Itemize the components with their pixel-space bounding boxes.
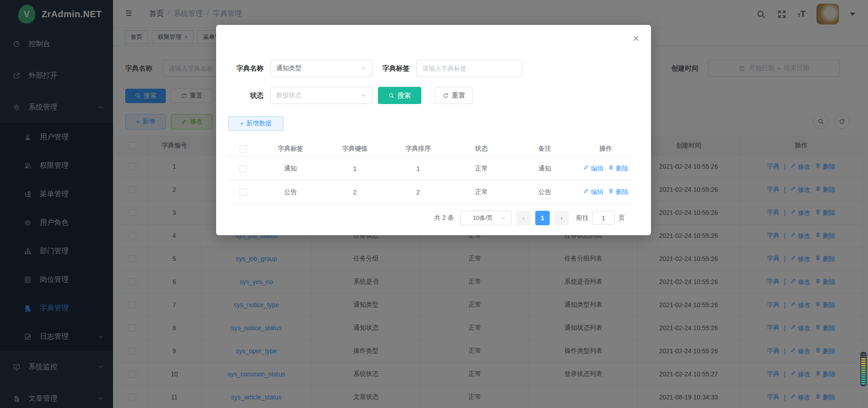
current-page-button[interactable]: 1 [535, 211, 550, 225]
row-checkbox[interactable] [240, 165, 247, 172]
dict-data-dialog: × 字典名称 通知类型 字典标签 状态 数据状态 搜索 重置 + 新增数据 字典… [216, 25, 651, 235]
cell-check [228, 157, 258, 180]
modal-add-data-button[interactable]: + 新增数据 [228, 116, 283, 131]
chevron-down-icon [360, 92, 367, 99]
modal-header-cell-status: 状态 [450, 141, 513, 157]
row-actions: 编辑 删除 [583, 164, 628, 173]
chevron-down-icon [500, 215, 507, 221]
modal-header-cell-ops: 操作 [576, 141, 635, 157]
modal-dict-label-input-field[interactable] [422, 65, 516, 72]
edit-link[interactable]: 编辑 [583, 188, 604, 196]
cell-check [228, 180, 258, 204]
cell-data-label: 公告 [258, 180, 323, 204]
cell-status: 正常 [450, 180, 513, 204]
modal-table-row: 通知11正常通知 编辑 删除 [228, 157, 635, 180]
modal-dict-name-label: 字典名称 [223, 60, 264, 77]
cell-data-value: 2 [323, 180, 387, 204]
app-root: V ZrAdmin.NET 控制台外部打开系统管理用户管理权限管理菜单管理用户角… [0, 0, 868, 408]
cell-data-value: 1 [323, 157, 387, 180]
scrollbar-stripes [861, 354, 866, 384]
pagination: 共 2 条 10条/页 ‹ 1 › 前往 页 [434, 211, 625, 225]
modal-dict-label-input[interactable] [416, 60, 522, 77]
cell-remark: 通知 [513, 157, 576, 180]
modal-reset-button[interactable]: 重置 [435, 87, 473, 104]
cell-remark: 公告 [513, 180, 576, 204]
dict-data-table: 字典标签字典键值字典排序状态备注操作通知11正常通知 编辑 删除公告22正常公告… [228, 141, 635, 204]
modal-status-label: 状态 [223, 87, 264, 104]
search-icon [388, 92, 395, 99]
next-page-button[interactable]: › [554, 211, 569, 225]
pencil-icon [583, 164, 589, 170]
modal-status-placeholder: 数据状态 [276, 91, 302, 100]
select-all-checkbox[interactable] [240, 145, 247, 152]
cell-data-label: 通知 [258, 157, 323, 180]
cell-status: 正常 [450, 157, 513, 180]
cell-ops: 编辑 删除 [576, 180, 635, 204]
modal-search-button[interactable]: 搜索 [378, 87, 421, 104]
cell-data-sort: 1 [387, 157, 450, 180]
row-checkbox[interactable] [240, 189, 247, 196]
modal-header-cell-label: 字典标签 [258, 141, 323, 157]
modal-header-cell-check [228, 141, 258, 157]
delete-link[interactable]: 删除 [608, 188, 628, 196]
edit-link[interactable]: 编辑 [583, 164, 604, 173]
cell-data-sort: 2 [387, 180, 450, 204]
modal-header-cell-value: 字典键值 [323, 141, 387, 157]
refresh-icon [443, 92, 449, 99]
modal-status-select[interactable]: 数据状态 [270, 87, 373, 104]
trash-icon [608, 188, 614, 194]
delete-link[interactable]: 删除 [608, 164, 628, 173]
modal-header-cell-remark: 备注 [513, 141, 576, 157]
pagination-total: 共 2 条 [434, 214, 454, 222]
modal-header-cell-sort: 字典排序 [387, 141, 450, 157]
goto-page-input[interactable] [592, 211, 615, 225]
close-icon[interactable]: × [633, 33, 639, 44]
modal-dict-name-value: 通知类型 [276, 64, 302, 72]
modal-table-header-row: 字典标签字典键值字典排序状态备注操作 [228, 141, 635, 157]
scrollbar-thumb[interactable] [860, 352, 867, 386]
plus-icon: + [240, 120, 244, 127]
trash-icon [608, 164, 614, 170]
page-size-select[interactable]: 10条/页 [460, 211, 512, 225]
row-actions: 编辑 删除 [583, 188, 628, 196]
modal-dict-label-label: 字典标签 [373, 60, 410, 77]
cell-ops: 编辑 删除 [576, 157, 635, 180]
modal-dict-name-select[interactable]: 通知类型 [270, 60, 373, 77]
goto-label: 前往 [576, 214, 589, 222]
pencil-icon [583, 188, 589, 194]
chevron-down-icon [360, 65, 367, 71]
modal-table-row: 公告22正常公告 编辑 删除 [228, 180, 635, 204]
prev-page-button[interactable]: ‹ [516, 211, 531, 225]
page-unit-label: 页 [618, 214, 625, 222]
